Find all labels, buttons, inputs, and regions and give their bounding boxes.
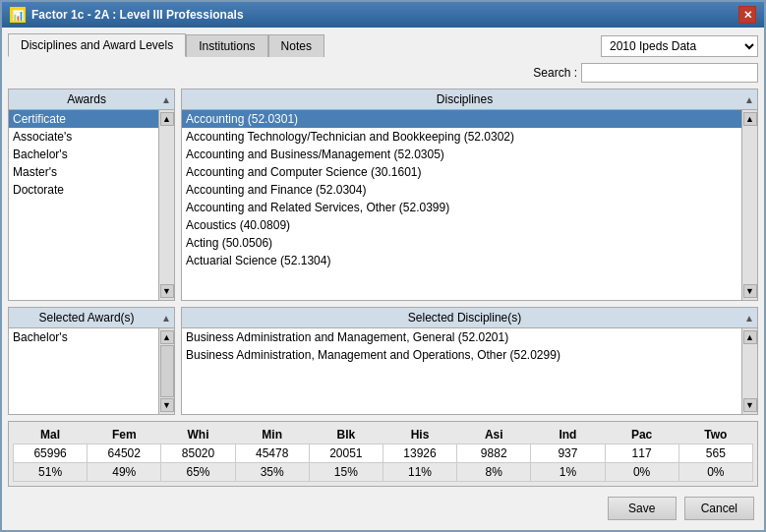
bottom-buttons: Save Cancel — [8, 493, 758, 524]
list-item[interactable]: Accounting (52.0301) — [182, 110, 741, 128]
awards-list-wrap: Certificate Associate's Bachelor's Maste… — [9, 110, 174, 300]
val-his: 13926 — [383, 444, 456, 463]
val-blk: 20051 — [309, 444, 383, 463]
list-item[interactable]: Accounting and Related Services, Other (… — [182, 199, 741, 216]
col-blk: Blk — [309, 426, 383, 444]
search-bar: Search : — [8, 63, 758, 83]
awards-list: Certificate Associate's Bachelor's Maste… — [9, 110, 158, 300]
stats-section: Mal Fem Whi Min Blk His Asi Ind Pac Two — [8, 421, 758, 487]
scroll-up-btn[interactable]: ▲ — [743, 112, 757, 126]
scroll-down-btn[interactable]: ▼ — [160, 284, 174, 298]
save-button[interactable]: Save — [608, 497, 677, 520]
list-item[interactable]: Master's — [9, 163, 158, 181]
list-item[interactable]: Bachelor's — [9, 146, 158, 163]
search-label: Search : — [533, 66, 577, 80]
sel-awards-scroll-up[interactable]: ▲ — [161, 313, 171, 324]
selected-awards-wrap: Bachelor's ▲ ▼ — [9, 328, 174, 414]
list-item[interactable]: Business Administration and Management, … — [182, 328, 741, 346]
scroll-down-btn[interactable]: ▼ — [743, 284, 757, 298]
selected-disciplines-list: Business Administration and Management, … — [182, 328, 741, 414]
tab-notes[interactable]: Notes — [268, 34, 324, 57]
list-item[interactable]: Associate's — [9, 128, 158, 146]
selected-awards-header: Selected Award(s) ▲ — [9, 308, 174, 328]
top-lists-row: Awards ▲ Certificate Associate's Bachelo… — [8, 89, 758, 301]
val-whi: 85020 — [161, 444, 235, 463]
disciplines-list-wrap: Accounting (52.0301) Accounting Technolo… — [182, 110, 757, 300]
title-bar-left: 📊 Factor 1c - 2A : Level III Professiona… — [10, 7, 244, 23]
sel-disciplines-scrollbar[interactable]: ▲ ▼ — [741, 328, 757, 414]
scroll-down-btn[interactable]: ▼ — [743, 398, 757, 412]
sel-awards-scrollbar[interactable]: ▲ ▼ — [158, 328, 174, 414]
list-item[interactable]: Doctorate — [9, 181, 158, 199]
col-fem: Fem — [88, 426, 161, 444]
val-two: 565 — [678, 444, 752, 463]
list-item[interactable]: Accounting and Finance (52.0304) — [182, 181, 741, 199]
list-item[interactable]: Accounting Technology/Technician and Boo… — [182, 128, 741, 146]
disciplines-list: Accounting (52.0301) Accounting Technolo… — [182, 110, 741, 300]
list-item[interactable]: Bachelor's — [9, 328, 158, 346]
main-window: 📊 Factor 1c - 2A : Level III Professiona… — [0, 0, 766, 532]
col-two: Two — [678, 426, 752, 444]
disciplines-panel: Disciplines ▲ Accounting (52.0301) Accou… — [181, 89, 758, 301]
val-mal: 65996 — [14, 444, 88, 463]
pct-blk: 15% — [309, 463, 383, 482]
tab-list: Disciplines and Award Levels Institution… — [8, 33, 324, 57]
tabs-row: Disciplines and Award Levels Institution… — [8, 33, 758, 57]
pct-min: 35% — [235, 463, 309, 482]
awards-scroll-up[interactable]: ▲ — [161, 94, 171, 105]
list-item[interactable]: Accounting and Business/Management (52.0… — [182, 146, 741, 163]
col-min: Min — [235, 426, 309, 444]
col-whi: Whi — [161, 426, 235, 444]
list-item[interactable]: Actuarial Science (52.1304) — [182, 252, 741, 269]
val-min: 45478 — [235, 444, 309, 463]
window-title: Factor 1c - 2A : Level III Professionals — [31, 8, 244, 22]
selected-awards-list: Bachelor's — [9, 328, 158, 414]
scroll-up-btn[interactable]: ▲ — [743, 330, 757, 344]
scroll-up-btn[interactable]: ▲ — [160, 330, 174, 344]
cancel-button[interactable]: Cancel — [684, 497, 754, 520]
disciplines-scrollbar[interactable]: ▲ ▼ — [741, 110, 757, 300]
stats-values-row: 65996 64502 85020 45478 20051 13926 9882… — [14, 444, 753, 463]
content-area: Disciplines and Award Levels Institution… — [2, 28, 764, 530]
scroll-down-btn[interactable]: ▼ — [160, 398, 174, 412]
search-input[interactable] — [581, 63, 758, 83]
pct-pac: 0% — [605, 463, 678, 482]
disciplines-header: Disciplines ▲ — [182, 89, 757, 110]
selected-disciplines-wrap: Business Administration and Management, … — [182, 328, 757, 414]
list-item[interactable]: Acting (50.0506) — [182, 234, 741, 252]
list-item[interactable]: Acoustics (40.0809) — [182, 216, 741, 234]
disciplines-scroll-up[interactable]: ▲ — [744, 94, 754, 105]
col-asi: Asi — [457, 426, 531, 444]
selected-disciplines-panel: Selected Discipline(s) ▲ Business Admini… — [181, 307, 758, 415]
tab-institutions[interactable]: Institutions — [186, 34, 267, 57]
data-source-dropdown[interactable]: 2010 Ipeds Data — [601, 35, 758, 57]
list-item[interactable]: Certificate — [9, 110, 158, 128]
val-ind: 937 — [531, 444, 605, 463]
val-asi: 9882 — [457, 444, 531, 463]
scroll-up-btn[interactable]: ▲ — [160, 112, 174, 126]
stats-table: Mal Fem Whi Min Blk His Asi Ind Pac Two — [13, 426, 753, 482]
selected-disciplines-header: Selected Discipline(s) ▲ — [182, 308, 757, 328]
awards-scrollbar[interactable]: ▲ ▼ — [158, 110, 174, 300]
app-icon: 📊 — [10, 7, 26, 23]
stats-header-row: Mal Fem Whi Min Blk His Asi Ind Pac Two — [14, 426, 753, 444]
col-his: His — [383, 426, 456, 444]
pct-whi: 65% — [161, 463, 235, 482]
selected-row: Selected Award(s) ▲ Bachelor's ▲ ▼ — [8, 307, 758, 415]
list-item[interactable]: Accounting and Computer Science (30.1601… — [182, 163, 741, 181]
list-item[interactable]: Business Administration, Management and … — [182, 346, 741, 364]
scroll-thumb — [160, 345, 174, 397]
pct-two: 0% — [678, 463, 752, 482]
close-button[interactable]: ✕ — [738, 6, 756, 24]
pct-asi: 8% — [457, 463, 531, 482]
tab-disciplines[interactable]: Disciplines and Award Levels — [8, 33, 186, 57]
sel-disciplines-scroll-up[interactable]: ▲ — [744, 313, 754, 324]
col-pac: Pac — [605, 426, 678, 444]
selected-awards-panel: Selected Award(s) ▲ Bachelor's ▲ ▼ — [8, 307, 175, 415]
title-bar: 📊 Factor 1c - 2A : Level III Professiona… — [2, 2, 764, 28]
col-mal: Mal — [14, 426, 88, 444]
stats-percents-row: 51% 49% 65% 35% 15% 11% 8% 1% 0% 0% — [14, 463, 753, 482]
pct-fem: 49% — [88, 463, 161, 482]
pct-mal: 51% — [14, 463, 88, 482]
pct-ind: 1% — [531, 463, 605, 482]
